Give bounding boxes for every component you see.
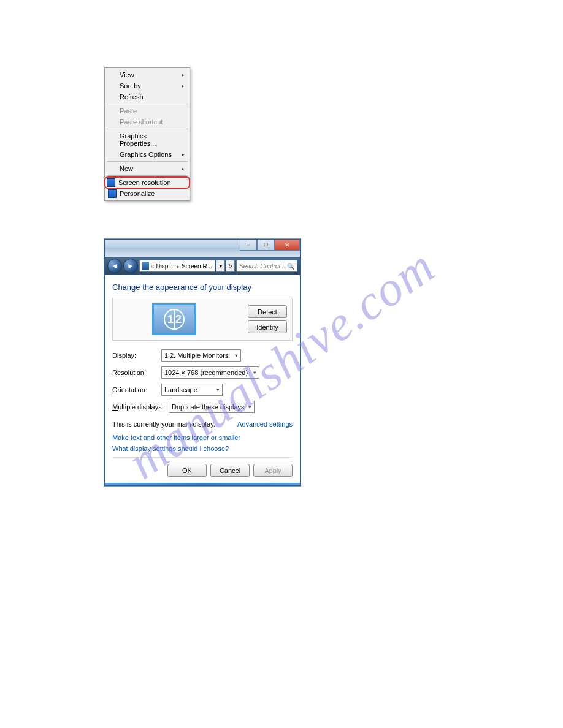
- resolution-label: Resolution:: [112, 369, 161, 376]
- multiple-combo[interactable]: Duplicate these displays: [169, 401, 255, 413]
- window-controls: [240, 240, 300, 251]
- cm-view[interactable]: View: [106, 69, 188, 80]
- address-bar[interactable]: « Displ... ▸ Screen R...: [139, 260, 215, 272]
- cm-label: Screen resolution: [118, 179, 171, 186]
- cm-graphics-properties[interactable]: Graphics Properties...: [106, 131, 188, 149]
- cancel-button[interactable]: Cancel: [210, 464, 250, 477]
- screen-resolution-window: ◄ ► « Displ... ▸ Screen R... ▾ ↻ Search …: [104, 239, 301, 486]
- monitor-numbers: 1 2: [164, 309, 185, 330]
- minimize-button[interactable]: [240, 240, 257, 251]
- cm-paste-shortcut: Paste shortcut: [106, 116, 188, 127]
- cm-graphics-options[interactable]: Graphics Options: [106, 149, 188, 160]
- orientation-combo[interactable]: Landscape: [161, 384, 223, 396]
- display-icon: [107, 178, 115, 187]
- monitor-preview[interactable]: 1 2: [152, 303, 196, 335]
- main-display-row: This is currently your main display. Adv…: [112, 420, 293, 428]
- desktop-context-menu: View Sort by Refresh Paste Paste shortcu…: [104, 67, 190, 201]
- window-body: Change the appearance of your display 1 …: [105, 275, 300, 483]
- cm-paste: Paste: [106, 105, 188, 116]
- titlebar[interactable]: [105, 240, 300, 257]
- cm-screen-resolution[interactable]: Screen resolution: [105, 177, 190, 188]
- close-button[interactable]: [274, 240, 300, 251]
- breadcrumb-prefix: «: [151, 263, 155, 270]
- resolution-row: Resolution: 1024 × 768 (recommended): [112, 366, 293, 379]
- breadcrumb-part: Screen R...: [182, 263, 212, 270]
- multiple-row: Multiple displays: Duplicate these displ…: [112, 401, 293, 413]
- back-button[interactable]: ◄: [107, 259, 122, 273]
- display-label: Display:: [112, 352, 161, 359]
- display-help-link[interactable]: What display settings should I choose?: [112, 445, 293, 452]
- refresh-button[interactable]: ↻: [226, 260, 235, 272]
- window-border-bottom: [105, 483, 300, 485]
- identify-button[interactable]: Identify: [248, 320, 287, 333]
- search-icon: 🔍: [287, 263, 294, 270]
- maximize-button[interactable]: [257, 240, 274, 251]
- search-box[interactable]: Search Control ... 🔍: [236, 260, 297, 272]
- dialog-buttons: OK Cancel Apply: [112, 457, 293, 477]
- resolution-combo[interactable]: 1024 × 768 (recommended): [161, 366, 259, 379]
- orientation-row: Orientation: Landscape: [112, 384, 293, 396]
- display-combo[interactable]: 1|2. Multiple Monitors: [161, 349, 241, 362]
- cm-sort-by[interactable]: Sort by: [106, 80, 188, 91]
- breadcrumb-sep: ▸: [177, 263, 180, 270]
- address-dropdown[interactable]: ▾: [216, 260, 225, 272]
- cm-refresh[interactable]: Refresh: [106, 91, 188, 102]
- forward-button[interactable]: ►: [123, 259, 138, 273]
- search-placeholder: Search Control ...: [239, 263, 287, 270]
- personalize-icon: [108, 189, 117, 198]
- advanced-settings-link[interactable]: Advanced settings: [237, 420, 293, 428]
- text-size-link[interactable]: Make text and other items larger or smal…: [112, 434, 293, 441]
- display-row: Display: 1|2. Multiple Monitors: [112, 349, 293, 362]
- monitor-preview-area: 1 2 Detect Identify: [112, 298, 293, 341]
- cm-separator: [107, 161, 188, 162]
- cm-separator: [107, 129, 188, 129]
- cm-separator: [107, 175, 188, 176]
- apply-button[interactable]: Apply: [253, 464, 293, 477]
- control-panel-icon: [142, 262, 149, 270]
- page-heading: Change the appearance of your display: [112, 282, 293, 292]
- breadcrumb-part: Displ...: [156, 263, 175, 270]
- cm-separator: [107, 104, 188, 104]
- cm-personalize[interactable]: Personalize: [106, 188, 188, 199]
- ok-button[interactable]: OK: [167, 464, 207, 477]
- orientation-label: Orientation:: [112, 386, 161, 393]
- detect-button[interactable]: Detect: [248, 305, 287, 318]
- cm-label: Personalize: [120, 190, 155, 197]
- multiple-label: Multiple displays:: [112, 403, 169, 411]
- nav-bar: ◄ ► « Displ... ▸ Screen R... ▾ ↻ Search …: [105, 257, 300, 275]
- main-display-text: This is currently your main display.: [112, 420, 215, 428]
- cm-new[interactable]: New: [106, 163, 188, 174]
